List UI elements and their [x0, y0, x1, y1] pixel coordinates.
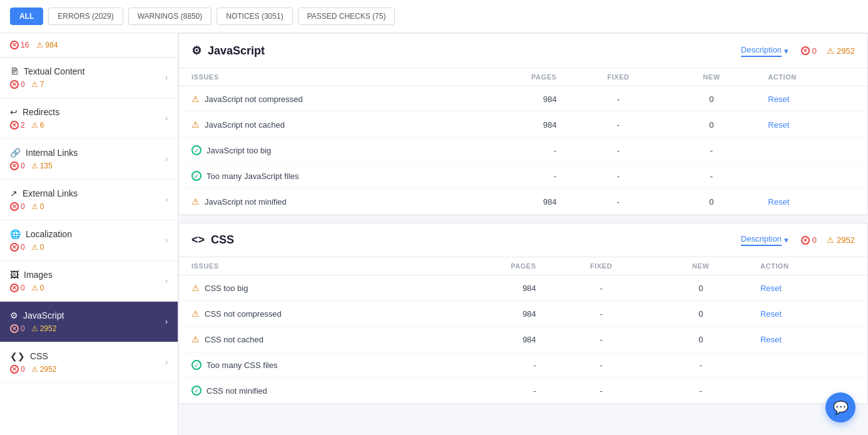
- reset-link[interactable]: Reset: [760, 309, 782, 319]
- table-row: ✓ Too many CSS files - - -: [179, 352, 867, 378]
- warning-icon: ⚠: [31, 202, 38, 211]
- pages-cell: 984: [436, 327, 549, 352]
- css-icon: ❮❯: [10, 351, 25, 361]
- table-row: ⚠ CSS not cached 984 - 0 Reset: [179, 327, 867, 352]
- chat-button[interactable]: 💬: [825, 392, 855, 422]
- sidebar-item-redirects[interactable]: ↩ Redirects ✕ 2 ⚠ 6 ›: [0, 98, 178, 139]
- sidebar-item-left: ❮❯ CSS ✕ 0 ⚠ 2952: [10, 351, 56, 374]
- issue-name-text: JavaScript not compressed: [205, 95, 303, 104]
- error-count-value: 0: [812, 46, 817, 56]
- action-cell: Reset: [748, 275, 867, 301]
- doc-icon: 🖹: [10, 66, 19, 76]
- section-warning-count: ⚠ 2952: [827, 235, 855, 245]
- filter-errors-button[interactable]: ERRORS (2029): [48, 8, 123, 25]
- description-button[interactable]: Description ▾: [741, 234, 789, 246]
- sidebar-error-count: ✕ 0: [10, 365, 25, 374]
- redirect-icon: ↩: [10, 107, 18, 117]
- image-icon: 🖼: [10, 270, 19, 280]
- main-layout: ✕ 16 984 🖹 Textual Content ✕ 0 ⚠: [0, 33, 868, 435]
- sidebar-item-external-links[interactable]: ↗ External Links ✕ 0 ⚠ 0 ›: [0, 180, 178, 220]
- section-title: ⚙ JavaScript: [191, 44, 265, 58]
- sidebar-item-css[interactable]: ❮❯ CSS ✕ 0 ⚠ 2952 ›: [0, 342, 178, 383]
- reset-link[interactable]: Reset: [768, 120, 789, 130]
- chevron-down-icon: ▾: [784, 235, 789, 245]
- action-cell: Reset: [755, 86, 867, 112]
- chevron-right-icon: ›: [165, 155, 168, 163]
- issue-name-cell: ✓ CSS not minified: [179, 378, 436, 404]
- filter-all-button[interactable]: ALL: [10, 8, 43, 25]
- issue-name-text: JavaScript too big: [207, 146, 271, 155]
- issue-name-cell: ⚠ JavaScript not cached: [179, 112, 464, 138]
- sidebar-error-count: ✕ 0: [10, 324, 25, 333]
- sidebar-item-internal-links[interactable]: 🔗 Internal Links ✕ 0 ⚠ 135 ›: [0, 139, 178, 180]
- filter-warnings-button[interactable]: WARNINGS (8850): [128, 8, 212, 25]
- warning-triangle-icon: ⚠: [827, 46, 834, 56]
- chevron-right-icon: ›: [165, 195, 168, 204]
- error-icon: ✕: [10, 243, 19, 252]
- issue-name-cell: ✓ JavaScript too big: [179, 138, 464, 163]
- sidebar-items-container: 🖹 Textual Content ✕ 0 ⚠ 7 › ↩ Redirects: [0, 58, 178, 383]
- new-cell: -: [654, 352, 748, 378]
- pages-cell: 984: [436, 275, 549, 301]
- sidebar-item-label: Localization: [26, 229, 72, 239]
- reset-link[interactable]: Reset: [760, 335, 782, 344]
- section-header: ⚙ JavaScript Description ▾ ✕ 0 ⚠ 2952: [179, 34, 867, 68]
- section-counts: ✕ 0 ⚠ 2952: [801, 46, 855, 56]
- col-issues: ISSUES: [179, 257, 436, 275]
- sidebar-warning-count: ⚠ 7: [31, 80, 44, 89]
- new-cell: 0: [668, 189, 756, 215]
- sidebar-item-localization[interactable]: 🌐 Localization ✕ 0 ⚠ 0 ›: [0, 220, 178, 261]
- globe-icon: 🌐: [10, 229, 21, 239]
- section-header: <> CSS Description ▾ ✕ 0 ⚠ 2952: [179, 223, 867, 257]
- issue-name-text: CSS not compressed: [205, 309, 282, 319]
- pages-cell: 984: [436, 301, 549, 327]
- reset-link[interactable]: Reset: [768, 197, 789, 207]
- js-icon: ⚙: [191, 44, 202, 58]
- sidebar-item-javascript[interactable]: ⚙ JavaScript ✕ 0 ⚠ 2952 ›: [0, 302, 178, 342]
- pages-cell: -: [436, 352, 549, 378]
- action-cell: Reset: [748, 301, 867, 327]
- warning-count-value: 2952: [837, 235, 855, 245]
- issue-name-text: JavaScript not cached: [205, 120, 285, 130]
- description-button[interactable]: Description ▾: [741, 45, 789, 57]
- section-warning-count: ⚠ 2952: [827, 46, 855, 56]
- filter-passed-button[interactable]: PASSED CHECKS (75): [298, 8, 396, 25]
- col-fixed: FIXED: [549, 257, 654, 275]
- action-cell: Reset: [755, 189, 867, 215]
- sidebar-error-count: ✕ 0: [10, 284, 25, 292]
- sidebar-item-label: CSS: [30, 351, 48, 361]
- fixed-cell: -: [569, 138, 667, 163]
- table-row: ⚠ JavaScript not minified 984 - 0 Reset: [179, 189, 867, 215]
- sidebar-top-warning-count: 984: [36, 41, 58, 49]
- action-cell: [755, 138, 867, 163]
- sidebar-warning-count: ⚠ 2952: [31, 324, 57, 333]
- issue-name-text: CSS not minified: [207, 386, 267, 396]
- reset-link[interactable]: Reset: [760, 284, 782, 293]
- success-icon: ✓: [191, 145, 202, 155]
- table-row: ⚠ CSS not compressed 984 - 0 Reset: [179, 301, 867, 327]
- sidebar-item-textual-content[interactable]: 🖹 Textual Content ✕ 0 ⚠ 7 ›: [0, 58, 178, 98]
- sidebar-item-left: 🔗 Internal Links ✕ 0 ⚠ 135: [10, 148, 78, 170]
- pages-cell: 984: [464, 86, 569, 112]
- pages-cell: -: [436, 378, 549, 404]
- success-icon: ✓: [191, 171, 202, 181]
- action-cell: Reset: [755, 112, 867, 138]
- section-error-count: ✕ 0: [801, 235, 817, 245]
- sidebar-warning-count: ⚠ 0: [31, 243, 44, 252]
- issue-name-text: CSS not cached: [205, 335, 263, 344]
- sidebar-item-images[interactable]: 🖼 Images ✕ 0 ⚠ 0 ›: [0, 261, 178, 302]
- issue-name-cell: ⚠ CSS not cached: [179, 327, 436, 352]
- filter-bar: ALL ERRORS (2029) WARNINGS (8850) NOTICE…: [0, 0, 868, 33]
- error-icon: ✕: [10, 365, 19, 374]
- table-row: ⚠ JavaScript not compressed 984 - 0 Rese…: [179, 86, 867, 112]
- sidebar-item-left: 🌐 Localization ✕ 0 ⚠ 0: [10, 229, 72, 252]
- issue-name-cell: ⚠ JavaScript not compressed: [179, 86, 464, 112]
- filter-notices-button[interactable]: NOTICES (3051): [217, 8, 292, 25]
- warning-icon: ⚠: [31, 121, 38, 130]
- sidebar-error-count: ✕ 0: [10, 243, 25, 252]
- section-title-text: CSS: [211, 233, 234, 247]
- section-counts: ✕ 0 ⚠ 2952: [801, 235, 855, 245]
- reset-link[interactable]: Reset: [768, 95, 789, 104]
- pages-cell: -: [464, 138, 569, 163]
- pages-cell: 984: [464, 189, 569, 215]
